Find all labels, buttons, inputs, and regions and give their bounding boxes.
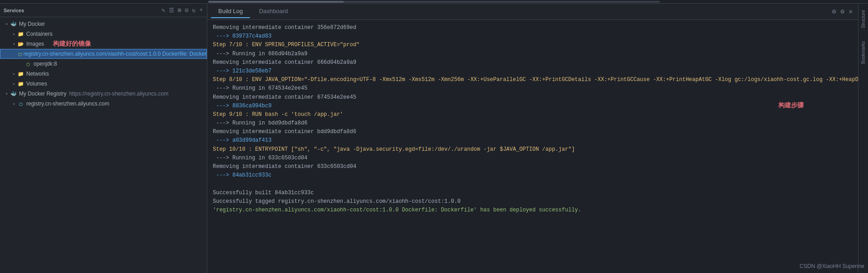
log-line: Step 8/10 : ENV JAVA_OPTION="-Dfile.enco… xyxy=(213,76,853,84)
sidebar-item-label: Networks xyxy=(26,71,49,77)
log-line: Removing intermediate container 674534e2… xyxy=(213,93,853,102)
annotation-build-steps: 构建步骤 xyxy=(778,101,804,110)
log-line: Step 9/10 : RUN bash -c 'touch /app.jar' xyxy=(213,110,853,119)
registry-icon: ▢ xyxy=(17,100,24,107)
sidebar-item-label: Images xyxy=(26,41,44,47)
log-line: ---> Running in 633c6503cd04 xyxy=(213,154,853,163)
close-icon[interactable]: ✕ xyxy=(849,8,853,15)
sidebar-item-images[interactable]: 📂 Images 构建好的镜像 xyxy=(0,39,207,49)
chevron-right-icon xyxy=(11,71,17,77)
log-line: Successfully tagged registry.cn-shenzhen… xyxy=(213,197,853,206)
sidebar-item-label: registry.cn-shenzhen.aliyuncs.com/xiaohh… xyxy=(24,51,207,57)
top-scrollbar-thumb xyxy=(208,1,344,3)
folder-icon: 📁 xyxy=(17,80,24,87)
log-line: ---> Running in 666d04b2a9a9 xyxy=(213,50,853,58)
sidebar-item-registry-image[interactable]: ▢ registry.cn-shenzhen.aliyuncs.com/xiao… xyxy=(0,49,207,59)
image-icon: ▢ xyxy=(19,50,22,57)
tab-bar: Build Log Dashboard ⚙ ⚙ ✕ xyxy=(207,4,858,20)
filter-icon[interactable]: ⊟ xyxy=(185,6,189,14)
sidebar-title: Services xyxy=(4,8,24,13)
sidebar-item-networks[interactable]: 📁 Networks xyxy=(0,69,207,79)
sidebar-item-label: My Docker Registry xyxy=(19,91,67,97)
sidebar-item-label: Containers xyxy=(26,31,53,37)
tree-icon[interactable]: ⊞ xyxy=(177,6,182,14)
chevron-down-icon xyxy=(4,21,10,27)
sidebar-tree: 🐳 My Docker 📁 Containers 📂 Images 构建好的镜像… xyxy=(0,17,207,273)
chevron-right-icon xyxy=(11,101,17,107)
right-strip: Structure Bookmarks xyxy=(858,4,868,273)
log-line: Successfully built 84ab31cc933c xyxy=(213,189,853,197)
tab-build-log[interactable]: Build Log xyxy=(211,5,250,18)
log-line-empty xyxy=(213,180,853,188)
docker-icon: 🐳 xyxy=(10,20,17,28)
chevron-right-icon xyxy=(11,31,17,37)
bookmarks-label[interactable]: Bookmarks xyxy=(860,39,867,66)
log-line: Step 7/10 : ENV SPRING_PROFILES_ACTIVE="… xyxy=(213,41,853,49)
sidebar-item-label: registry.cn-shenzhen.aliyuncs.com xyxy=(26,101,109,107)
watermark: CSDN @XiaoHH Superme xyxy=(800,263,864,269)
services-sidebar: Services ✎ ☰ ⊞ ⊟ ↻ + 🐳 My Docker 📁 Con xyxy=(0,4,207,273)
settings-icon[interactable]: ⚙ xyxy=(832,8,836,15)
sidebar-item-containers[interactable]: 📁 Containers xyxy=(0,29,207,39)
top-scrollbar-track[interactable] xyxy=(208,1,660,3)
spacer-icon xyxy=(18,61,24,67)
chevron-down-icon xyxy=(11,41,17,47)
folder-icon: 📁 xyxy=(17,30,24,38)
log-line: Removing intermediate container 666d04b2… xyxy=(213,58,853,67)
log-line: Removing intermediate container bdd9dbdf… xyxy=(213,128,853,136)
log-line: ---> 121c3de58eb7 xyxy=(213,67,853,76)
add-icon[interactable]: + xyxy=(199,6,203,14)
sidebar-item-my-docker-registry[interactable]: 🐳 My Docker Registry https://registry.cn… xyxy=(0,89,207,99)
edit-icon[interactable]: ✎ xyxy=(161,6,166,14)
main-layout: Services ✎ ☰ ⊞ ⊟ ↻ + 🐳 My Docker 📁 Con xyxy=(0,4,868,273)
log-line: ---> 84ab31cc933c xyxy=(213,171,853,180)
annotation-built-image: 构建好的镜像 xyxy=(53,40,91,48)
refresh-icon[interactable]: ↻ xyxy=(192,6,196,14)
log-line: ---> 8836ca994bc9 xyxy=(213,102,853,110)
log-line: Removing intermediate container 633c6503… xyxy=(213,163,853,171)
log-line: ---> 039737c4ad83 xyxy=(213,32,853,41)
sidebar-item-label: My Docker xyxy=(19,21,45,27)
tab-dashboard[interactable]: Dashboard xyxy=(252,5,295,18)
sidebar-item-volumes[interactable]: 📁 Volumes xyxy=(0,79,207,89)
sidebar-item-registry-cn[interactable]: ▢ registry.cn-shenzhen.aliyuncs.com xyxy=(0,99,207,109)
sidebar-header: Services ✎ ☰ ⊞ ⊟ ↻ + xyxy=(0,4,207,17)
chevron-down-icon xyxy=(4,91,10,97)
sidebar-item-label: openjdk:8 xyxy=(34,61,57,67)
log-line: Step 10/10 : ENTRYPOINT ["sh", "-c", "ja… xyxy=(213,145,853,154)
top-scrollbar-area xyxy=(0,0,868,4)
right-panel: Build Log Dashboard ⚙ ⚙ ✕ 构建步骤 Removing … xyxy=(207,4,858,273)
docker-icon: 🐳 xyxy=(10,90,17,97)
log-line: ---> a03d99daf413 xyxy=(213,136,853,145)
image-icon: ▢ xyxy=(24,60,32,67)
sidebar-item-openjdk[interactable]: ▢ openjdk:8 xyxy=(0,59,207,69)
structure-label[interactable]: Structure xyxy=(860,8,867,30)
top-right-icons: ⚙ ⚙ ✕ xyxy=(832,8,858,15)
chevron-right-icon xyxy=(11,81,17,87)
log-line: ---> Running in bdd9dbdfa8d6 xyxy=(213,119,853,128)
folder-icon: 📂 xyxy=(17,40,24,48)
list-icon[interactable]: ☰ xyxy=(168,6,175,14)
sidebar-item-url: https://registry.cn-shenzhen.aliyuncs.co… xyxy=(69,91,168,97)
sidebar-item-label: Volumes xyxy=(26,81,47,87)
sidebar-item-my-docker[interactable]: 🐳 My Docker xyxy=(0,19,207,29)
gear-icon[interactable]: ⚙ xyxy=(840,8,844,15)
log-line: Removing intermediate container 356e872d… xyxy=(213,24,853,32)
sidebar-toolbar: ✎ ☰ ⊞ ⊟ ↻ + xyxy=(161,6,203,14)
log-line: ---> Running in 674534e2ee45 xyxy=(213,84,853,93)
log-line-success: 'registry.cn-shenzhen.aliyuncs.com/xiaoh… xyxy=(213,206,853,215)
log-content[interactable]: 构建步骤 Removing intermediate container 356… xyxy=(207,20,858,273)
folder-icon: 📁 xyxy=(17,70,24,77)
